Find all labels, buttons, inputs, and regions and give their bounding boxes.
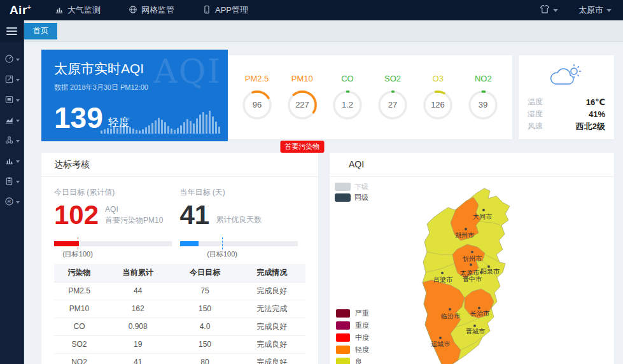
sidebar-item-registered[interactable]: R bbox=[0, 192, 24, 213]
city-label-晋中市[interactable]: 晋中市 bbox=[463, 276, 482, 283]
chevron-down-icon bbox=[553, 9, 558, 12]
city-label-长治市[interactable]: 长治市 bbox=[470, 310, 490, 317]
chevron-down-icon bbox=[16, 201, 20, 204]
sidebar-collapse-button[interactable] bbox=[0, 20, 24, 42]
weather-rows: 温度16℃湿度41%风速西北2级 bbox=[528, 96, 605, 132]
chevron-down-icon bbox=[606, 9, 612, 12]
table-cell: 完成良好 bbox=[239, 318, 305, 335]
cloud-sun-icon bbox=[528, 63, 605, 90]
share-icon bbox=[4, 136, 14, 148]
city-label-大同市[interactable]: 大同市 bbox=[473, 213, 493, 220]
bar-chart-icon bbox=[55, 5, 64, 16]
city-label-临汾市[interactable]: 临汾市 bbox=[441, 312, 461, 319]
chevron-down-icon bbox=[16, 181, 20, 183]
table-cell: 4.0 bbox=[171, 318, 238, 335]
gauge-pm25: PM2.596 bbox=[237, 74, 277, 121]
table-cell: CO bbox=[54, 318, 104, 335]
gauge-co: CO1.2 bbox=[328, 74, 367, 121]
city-dot-临汾市[interactable] bbox=[449, 308, 451, 311]
gauge-value: 126 bbox=[431, 100, 445, 109]
city-dot-忻州市[interactable] bbox=[471, 251, 473, 253]
table-row: CO0.9084.0完成良好 bbox=[54, 318, 305, 335]
tab-bar: 首页 bbox=[24, 20, 623, 42]
gauge-ring: 1.2 bbox=[332, 89, 363, 121]
today-progress-bar: (目标100) bbox=[54, 239, 172, 255]
main-nav: 大气监测 网格监管 APP管理 bbox=[41, 0, 262, 20]
table-cell: 完成良好 bbox=[239, 353, 305, 364]
tab-home[interactable]: 首页 bbox=[24, 23, 57, 39]
weather-value: 41% bbox=[589, 108, 605, 120]
sidebar-item-gauge[interactable] bbox=[0, 50, 24, 70]
city-dot-太原市[interactable] bbox=[470, 263, 472, 266]
city-label-朔州市[interactable]: 朔州市 bbox=[455, 232, 475, 239]
nav-item-app-management[interactable]: APP管理 bbox=[188, 0, 262, 20]
table-cell: 80 bbox=[171, 353, 238, 364]
city-dot-运城市[interactable] bbox=[439, 337, 442, 339]
city-dot-晋城市[interactable] bbox=[473, 325, 476, 327]
table-cell: 完成良好 bbox=[239, 335, 305, 353]
city-label-忻州市[interactable]: 忻州市 bbox=[462, 255, 482, 262]
sidebar-item-clipboard[interactable] bbox=[0, 172, 24, 192]
gauge-value: 27 bbox=[388, 100, 397, 109]
city-dot-长治市[interactable] bbox=[478, 307, 480, 309]
sidebar-menu: R bbox=[0, 42, 24, 213]
year-target-caption: 累计优良天数 bbox=[216, 214, 262, 225]
weather-row: 温度16℃ bbox=[528, 96, 605, 108]
gauge-ring: 39 bbox=[467, 89, 499, 121]
nav-item-grid-supervision[interactable]: 网格监管 bbox=[115, 0, 188, 20]
clipboard-icon bbox=[4, 176, 14, 188]
sidebar-item-area-chart[interactable] bbox=[0, 111, 24, 131]
chevron-down-icon bbox=[16, 79, 20, 81]
table-header-cell: 污染物 bbox=[54, 264, 104, 282]
gauge-label: NO2 bbox=[475, 74, 492, 83]
chevron-down-icon bbox=[16, 99, 20, 102]
mobile-icon bbox=[202, 5, 211, 16]
weather-panel: 温度16℃湿度41%风速西北2级 bbox=[519, 55, 614, 139]
table-cell: PM10 bbox=[54, 300, 104, 318]
table-row: PM10162150无法完成 bbox=[54, 300, 305, 318]
table-cell: 完成良好 bbox=[239, 282, 305, 300]
chevron-down-icon bbox=[16, 140, 20, 143]
city-dot-大同市[interactable] bbox=[482, 209, 485, 211]
today-target-label: 今日目标 (累计值) bbox=[54, 187, 180, 198]
city-dot-朔州市[interactable] bbox=[465, 228, 467, 230]
registered-icon: R bbox=[4, 197, 14, 209]
gauge-ring: 96 bbox=[241, 89, 273, 121]
pollutant-gauges-panel: PM2.596PM10227首要污染物CO1.2SO227O3126NO239 bbox=[228, 55, 512, 139]
nav-label: 网格监管 bbox=[141, 4, 174, 16]
primary-pollutant-badge: 首要污染物 bbox=[280, 141, 324, 153]
table-header-cell: 完成情况 bbox=[239, 264, 305, 282]
gauge-value: 39 bbox=[479, 100, 487, 109]
year-target-label: 当年目标 (天) bbox=[180, 187, 306, 198]
city-label-吕梁市[interactable]: 吕梁市 bbox=[433, 276, 453, 283]
theme-dropdown[interactable] bbox=[540, 4, 558, 16]
city-label-阳泉市[interactable]: 阳泉市 bbox=[480, 268, 500, 275]
table-cell: 75 bbox=[171, 282, 238, 300]
shanxi-province-map[interactable]: 大同市朔州市忻州市太原市阳泉市晋中市吕梁市临汾市长治市晋城市运城市 bbox=[330, 183, 603, 364]
table-cell: 无法完成 bbox=[239, 300, 305, 318]
table-header-cell: 当前累计 bbox=[104, 264, 171, 282]
gauge-pm10: PM10227首要污染物 bbox=[283, 74, 322, 121]
city-dot-晋中市[interactable] bbox=[480, 271, 482, 274]
today-target-metric: 今日目标 (累计值) 102 AQI 首要污染物PM10 (目标100) bbox=[54, 187, 180, 255]
weather-value: 西北2级 bbox=[576, 120, 605, 132]
shirt-icon bbox=[540, 4, 550, 16]
svg-text:R: R bbox=[7, 199, 11, 204]
weather-value: 16℃ bbox=[586, 96, 605, 108]
chevron-down-icon bbox=[16, 120, 20, 122]
city-dot-吕梁市[interactable] bbox=[441, 272, 444, 274]
sidebar-item-bar-chart[interactable] bbox=[0, 151, 24, 172]
gauge-value: 1.2 bbox=[342, 100, 353, 109]
city-dropdown[interactable]: 太原市 bbox=[578, 4, 612, 16]
gauge-so2: SO227 bbox=[373, 74, 412, 121]
city-label-运城市[interactable]: 运城市 bbox=[431, 340, 451, 347]
sidebar-item-share[interactable] bbox=[0, 131, 24, 151]
weather-label: 湿度 bbox=[528, 108, 543, 120]
weather-label: 温度 bbox=[528, 96, 543, 108]
nav-item-air-monitoring[interactable]: 大气监测 bbox=[41, 0, 115, 20]
aqi-sparkline bbox=[101, 111, 220, 134]
city-label-晋城市[interactable]: 晋城市 bbox=[466, 328, 486, 335]
sidebar-item-edit[interactable] bbox=[0, 70, 24, 90]
sidebar-item-list[interactable] bbox=[0, 90, 24, 111]
hamburger-icon bbox=[6, 25, 17, 37]
